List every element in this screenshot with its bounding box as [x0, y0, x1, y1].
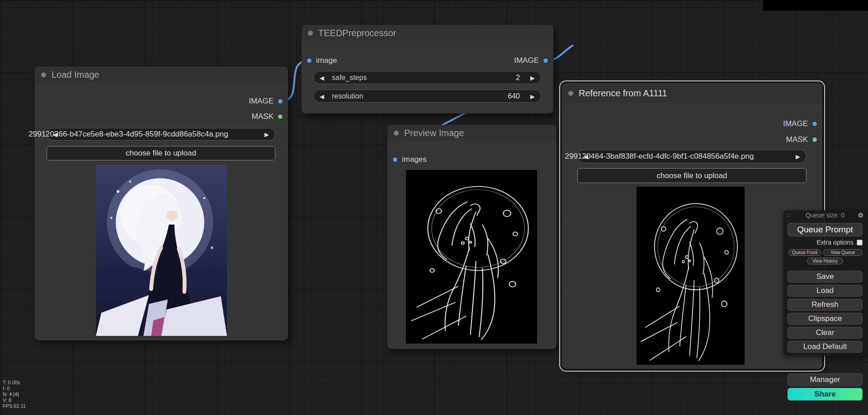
arrow-left-icon[interactable]: ◀	[584, 154, 588, 160]
choose-file-button[interactable]: choose file to upload	[47, 146, 275, 160]
widget-value: 2	[516, 74, 520, 82]
extra-options-checkbox[interactable]	[857, 240, 863, 245]
image-filename-widget[interactable]: ◀ 299120366-b47ce5e8-ebe3-4d95-859f-9cdd…	[47, 128, 275, 141]
node-title: Load Image	[52, 70, 99, 80]
node-preview-image[interactable]: Preview Image images	[387, 125, 557, 349]
anime-illustration	[96, 165, 227, 336]
input-label-image: image	[316, 56, 337, 65]
load-button[interactable]: Load	[788, 285, 863, 297]
choose-file-button[interactable]: choose file to upload	[577, 168, 807, 183]
arrow-right-icon[interactable]: ▶	[530, 93, 535, 99]
canvas-stats: T: 0.00s I: 0 N: 4 [4] V: 8 FPS:62.11	[3, 380, 26, 409]
output-label-image: IMAGE	[783, 119, 808, 128]
safe-steps-widget[interactable]: ◀ safe_steps 2 ▶	[313, 71, 541, 84]
load-default-button[interactable]: Load Default	[788, 341, 863, 353]
output-slot-image: IMAGE	[783, 119, 817, 129]
input-slot-image: image	[307, 56, 337, 66]
arrow-left-icon[interactable]: ◀	[320, 75, 324, 80]
extra-options-label: Extra options	[816, 239, 854, 246]
output-label-image: IMAGE	[249, 97, 274, 106]
arrow-right-icon[interactable]: ▶	[264, 132, 269, 137]
node-teed-preprocessor[interactable]: TEEDPreprocessor image IMAGE ◀ safe_step…	[302, 25, 553, 113]
output-label-mask: MASK	[786, 135, 808, 144]
view-queue-button[interactable]: View Queue	[823, 249, 863, 256]
output-slot-mask: MASK	[786, 135, 817, 145]
image-input-dot[interactable]	[307, 58, 312, 63]
filename-value: 299120464-3baf838f-ecfd-4dfc-9bf1-c08485…	[565, 152, 754, 161]
save-button[interactable]: Save	[788, 271, 863, 283]
widget-label: resolution	[332, 92, 363, 100]
image-output-dot[interactable]	[812, 121, 817, 127]
node-title: TEEDPreprocessor	[318, 28, 396, 38]
stat-v: V: 8	[3, 397, 26, 403]
arrow-right-icon[interactable]: ▶	[796, 154, 800, 160]
queue-front-button[interactable]: Queue Front	[788, 249, 821, 256]
loaded-image-preview	[96, 165, 227, 336]
output-slot-image: IMAGE	[514, 56, 548, 66]
view-history-button[interactable]: View History	[807, 258, 843, 264]
collapse-dot-icon[interactable]	[568, 91, 573, 96]
share-button[interactable]: Share	[788, 388, 863, 401]
comfy-menu-panel: ∷ Queue size: 0 ⚙ Queue Prompt Extra opt…	[783, 210, 867, 356]
edge-lineart-image	[406, 170, 537, 344]
top-right-black-bar	[763, 0, 868, 11]
drag-handle-icon[interactable]: ∷	[787, 212, 790, 219]
input-label-images: images	[402, 155, 427, 164]
arrow-right-icon[interactable]: ▶	[530, 75, 535, 80]
node-titlebar[interactable]: Preview Image	[387, 125, 557, 141]
comfyui-canvas[interactable]: Load Image IMAGE MASK ◀ 299120366-b47ce5…	[0, 0, 868, 415]
refresh-button[interactable]: Refresh	[788, 299, 863, 311]
node-titlebar[interactable]: Load Image	[35, 66, 288, 83]
reference-image-preview	[637, 187, 745, 365]
collapse-dot-icon[interactable]	[41, 72, 46, 77]
manager-button[interactable]: Manager	[788, 373, 863, 386]
resolution-widget[interactable]: ◀ resolution 640 ▶	[313, 90, 541, 103]
widget-label: safe_steps	[332, 74, 367, 82]
edge-lineart-image	[637, 187, 745, 365]
mask-output-dot[interactable]	[812, 137, 817, 142]
extra-options-row: Extra options	[783, 238, 863, 246]
widget-value: 640	[508, 92, 520, 100]
node-titlebar[interactable]: TEEDPreprocessor	[302, 25, 553, 41]
images-input-dot[interactable]	[392, 157, 398, 162]
collapse-dot-icon[interactable]	[394, 131, 399, 136]
preview-image-output	[406, 170, 537, 344]
image-output-dot[interactable]	[278, 99, 283, 104]
output-slot-mask: MASK	[252, 112, 283, 122]
stat-time: T: 0.00s	[3, 380, 26, 386]
menu-header: ∷ Queue size: 0 ⚙	[783, 210, 867, 220]
output-label-mask: MASK	[252, 112, 274, 121]
collapse-dot-icon[interactable]	[308, 31, 313, 36]
gear-icon[interactable]: ⚙	[858, 212, 863, 219]
node-load-image[interactable]: Load Image IMAGE MASK ◀ 299120366-b47ce5…	[35, 66, 288, 340]
image-filename-widget[interactable]: ◀ 299120464-3baf838f-ecfd-4dfc-9bf1-c084…	[577, 150, 807, 163]
arrow-left-icon[interactable]: ◀	[320, 93, 324, 99]
queue-size-label: Queue size: 0	[783, 212, 867, 219]
stat-fps: FPS:62.11	[3, 403, 26, 409]
stat-nodes: N: 4 [4]	[3, 391, 26, 397]
mask-output-dot[interactable]	[278, 114, 283, 119]
queue-prompt-button[interactable]: Queue Prompt	[788, 223, 863, 236]
image-output-dot[interactable]	[543, 58, 548, 63]
clipspace-button[interactable]: Clipspace	[788, 313, 863, 325]
node-title: Reference from A1111	[579, 88, 667, 99]
node-titlebar[interactable]: Reference from A1111	[562, 83, 822, 103]
input-slot-images: images	[392, 155, 427, 165]
arrow-left-icon[interactable]: ◀	[53, 132, 57, 137]
clear-button[interactable]: Clear	[788, 327, 863, 339]
output-label-image: IMAGE	[514, 56, 539, 65]
node-title: Preview Image	[404, 128, 464, 138]
stat-i: I: 0	[3, 386, 26, 391]
output-slot-image: IMAGE	[249, 96, 283, 106]
filename-value: 299120366-b47ce5e8-ebe3-4d95-859f-9cdd86…	[28, 130, 228, 139]
